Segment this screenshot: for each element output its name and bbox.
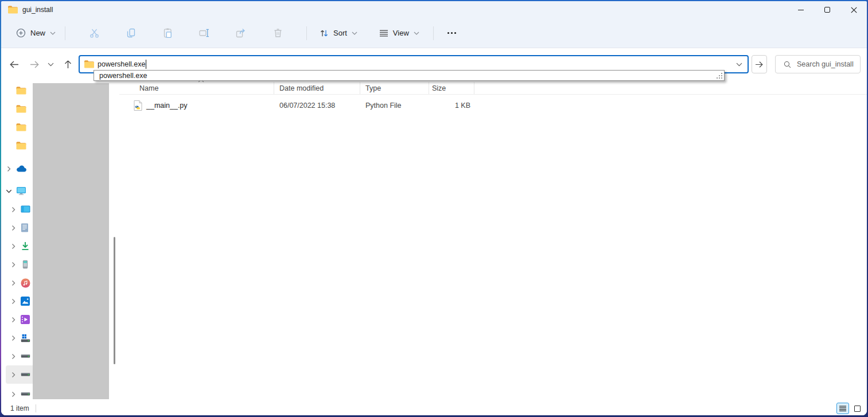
rename-button[interactable] xyxy=(193,23,216,44)
sort-icon xyxy=(320,29,329,38)
chevron-down-icon xyxy=(414,32,419,35)
rename-icon xyxy=(198,28,210,38)
command-toolbar: New Sort View xyxy=(1,18,867,48)
go-arrow-icon xyxy=(755,61,764,68)
paste-button[interactable] xyxy=(156,23,179,44)
status-bar: 1 item xyxy=(1,402,867,415)
redacted-sidebar-labels xyxy=(33,83,109,399)
large-icons-view-button[interactable] xyxy=(851,403,863,414)
sort-button[interactable]: Sort xyxy=(314,25,363,41)
onedrive-cloud-icon xyxy=(16,165,27,172)
paste-icon xyxy=(162,28,173,38)
column-header-type[interactable]: Type xyxy=(360,82,429,94)
address-suggestion-item[interactable]: powershell.exe xyxy=(94,72,724,80)
address-suggestion-dropdown: powershell.exe xyxy=(94,70,725,81)
desktop-icon xyxy=(21,205,30,214)
music-icon xyxy=(21,278,30,288)
chevron-right-icon xyxy=(11,243,16,250)
maximize-button[interactable] xyxy=(814,1,840,18)
cut-icon xyxy=(89,28,100,38)
recent-locations-button[interactable] xyxy=(44,55,57,73)
view-button-label: View xyxy=(393,29,409,37)
folder-icon xyxy=(84,60,94,68)
search-icon xyxy=(784,60,791,69)
details-view-button[interactable] xyxy=(836,403,849,414)
folder-icon xyxy=(16,123,26,131)
documents-icon xyxy=(21,223,29,232)
toolbar-divider xyxy=(306,26,307,40)
see-more-button[interactable] xyxy=(441,23,464,44)
forward-arrow-icon xyxy=(30,60,40,69)
column-header-size[interactable]: Size xyxy=(429,82,474,94)
file-row[interactable]: __main__.py 06/07/2022 15:38 Python File… xyxy=(131,98,474,113)
close-button[interactable] xyxy=(840,1,867,18)
videos-icon xyxy=(21,315,30,324)
chevron-right-icon xyxy=(11,280,16,286)
address-dropdown-button[interactable] xyxy=(730,56,748,72)
chevron-down-icon xyxy=(50,32,56,35)
drive-icon xyxy=(21,391,30,397)
chevron-right-icon xyxy=(11,225,16,231)
details-view-icon xyxy=(839,406,846,412)
text-cursor xyxy=(146,60,146,69)
go-to-button[interactable] xyxy=(752,55,767,73)
file-date-modified: 06/07/2022 15:38 xyxy=(274,98,360,113)
up-button[interactable] xyxy=(59,55,77,73)
see-more-icon xyxy=(447,32,456,34)
view-button[interactable]: View xyxy=(373,25,425,41)
new-button[interactable]: New xyxy=(10,25,61,41)
chevron-down-icon xyxy=(6,189,12,194)
plus-circle-icon xyxy=(16,28,26,38)
address-input-value[interactable]: powershell.exe xyxy=(98,60,145,68)
file-explorer-window: gui_install New xyxy=(1,0,867,415)
back-arrow-icon xyxy=(9,60,19,69)
new-button-label: New xyxy=(30,29,45,37)
toolbar-divider xyxy=(65,26,65,40)
folder-icon xyxy=(8,6,18,14)
forward-button[interactable] xyxy=(25,55,44,73)
header-divider xyxy=(119,94,867,95)
sort-button-label: Sort xyxy=(333,29,347,37)
back-button[interactable] xyxy=(5,55,23,73)
status-divider xyxy=(36,404,36,412)
folder-icon xyxy=(16,142,26,150)
minimize-button[interactable] xyxy=(788,1,814,18)
file-name: __main__.py xyxy=(146,102,188,110)
share-button[interactable] xyxy=(229,23,252,44)
pictures-icon xyxy=(21,297,30,306)
column-header-date-modified[interactable]: Date modified xyxy=(274,82,360,94)
chevron-down-icon xyxy=(48,63,54,67)
chevron-right-icon xyxy=(11,262,16,268)
up-arrow-icon xyxy=(64,60,72,69)
address-row: powershell.exe powershell.exe xyxy=(1,48,867,80)
close-icon xyxy=(851,7,857,13)
large-icons-view-icon xyxy=(854,406,861,412)
navigation-pane xyxy=(1,80,119,402)
copy-button[interactable] xyxy=(119,23,142,44)
chevron-right-icon xyxy=(11,391,16,397)
copy-icon xyxy=(126,28,137,38)
chevron-right-icon xyxy=(11,317,16,323)
window-title: gui_install xyxy=(22,6,53,14)
maximize-icon xyxy=(824,7,830,13)
view-list-icon xyxy=(379,29,388,37)
drive-icon xyxy=(21,372,30,377)
column-header-name[interactable]: Name xyxy=(131,82,274,94)
search-box[interactable] xyxy=(775,55,861,73)
search-input[interactable] xyxy=(797,60,860,68)
minimize-icon xyxy=(798,10,804,10)
windows-drive-icon xyxy=(21,334,30,342)
delete-button[interactable] xyxy=(266,23,289,44)
sidebar-scrollbar[interactable] xyxy=(114,237,115,364)
column-headers: Name Date modified Type Size xyxy=(131,82,474,94)
cut-button[interactable] xyxy=(83,23,106,44)
trash-icon xyxy=(273,28,283,38)
phone-icon xyxy=(21,260,30,269)
chevron-right-icon xyxy=(11,372,16,378)
toolbar-divider xyxy=(433,26,434,40)
chevron-right-icon xyxy=(11,335,16,341)
titlebar[interactable]: gui_install xyxy=(1,1,867,18)
chevron-right-icon xyxy=(11,298,16,305)
folder-icon xyxy=(16,87,26,95)
resize-grip-icon[interactable] xyxy=(721,77,722,79)
